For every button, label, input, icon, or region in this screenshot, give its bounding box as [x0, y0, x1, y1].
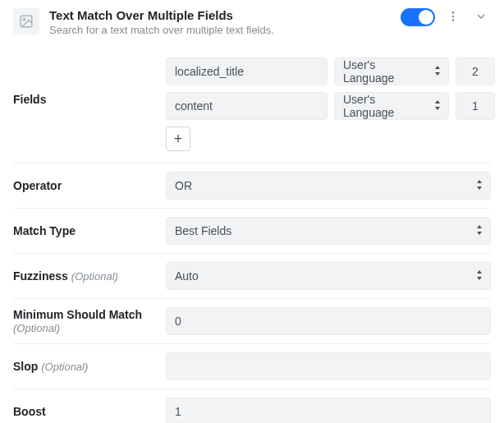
field-row: User's Language	[166, 92, 504, 120]
match-type-label: Match Type	[13, 224, 154, 237]
add-field-button[interactable]: +	[166, 126, 190, 151]
operator-select[interactable]: OR	[166, 172, 491, 200]
slop-label: Slop (Optional)	[13, 360, 154, 373]
select-caret-icon	[475, 224, 483, 237]
fields-label: Fields	[13, 57, 154, 106]
field-name-input[interactable]	[166, 57, 328, 85]
kebab-menu-icon[interactable]	[443, 10, 463, 25]
select-caret-icon	[433, 99, 442, 113]
select-caret-icon	[475, 179, 483, 192]
collapse-icon[interactable]	[471, 10, 491, 25]
field-row: User's Language	[166, 57, 504, 85]
svg-point-3	[452, 15, 455, 17]
field-lang-select[interactable]: User's Language	[334, 92, 449, 120]
svg-point-1	[23, 18, 25, 20]
fuzziness-label: Fuzziness (Optional)	[13, 269, 154, 283]
field-name-input[interactable]	[166, 92, 328, 120]
boost-label: Boost	[13, 405, 154, 418]
field-lang-select[interactable]: User's Language	[334, 57, 449, 85]
panel-header: Text Match Over Multiple Fields Search f…	[13, 8, 491, 49]
select-caret-icon	[475, 269, 483, 283]
min-should-label: Minimum Should Match (Optional)	[13, 308, 154, 334]
min-should-input[interactable]	[166, 307, 491, 335]
field-weight-input[interactable]	[456, 57, 495, 85]
fuzziness-select[interactable]: Auto	[166, 262, 491, 290]
slop-input[interactable]	[166, 352, 491, 380]
panel-description: Search for a text match over multiple te…	[49, 24, 391, 36]
svg-point-4	[452, 19, 455, 21]
enable-toggle[interactable]	[401, 8, 435, 26]
fields-section: Fields User's Language User's Language	[13, 49, 491, 163]
svg-point-2	[452, 11, 455, 14]
field-weight-input[interactable]	[456, 92, 495, 120]
operator-label: Operator	[13, 179, 154, 192]
image-icon	[13, 8, 39, 34]
select-caret-icon	[433, 65, 442, 78]
boost-input[interactable]	[166, 398, 491, 423]
panel-title: Text Match Over Multiple Fields	[49, 8, 391, 22]
match-type-select[interactable]: Best Fields	[166, 217, 491, 245]
